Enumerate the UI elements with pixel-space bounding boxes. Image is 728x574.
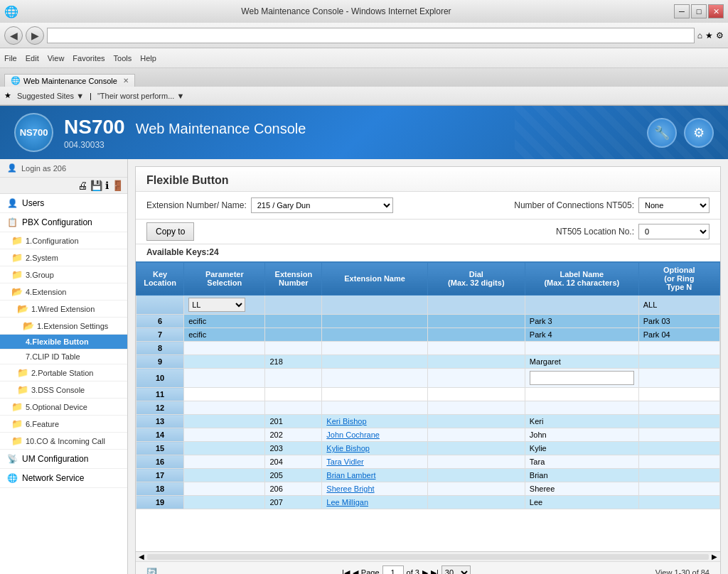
nt505-select[interactable]: 0 [638, 224, 710, 239]
back-button[interactable]: ◀ [4, 26, 23, 45]
sidebar-icon-save[interactable]: 💾 [90, 180, 102, 191]
param-cell [184, 342, 265, 355]
key-cell: 16 [136, 455, 184, 469]
tab-close-icon[interactable]: ✕ [123, 77, 129, 85]
flexible-button-table: KeyLocation ParameterSelection Extension… [136, 261, 720, 509]
sidebar-item-um-config[interactable]: 📡 UM Configuration [0, 450, 127, 469]
menu-favorites[interactable]: Favorites [73, 54, 105, 63]
refresh-icon[interactable]: 🔄 [146, 568, 157, 574]
sidebar-item-clip-id[interactable]: 7.CLIP ID Table [0, 350, 127, 364]
ext-number-select[interactable]: 215 / Gary Dun [251, 197, 393, 213]
page-input[interactable] [382, 565, 404, 574]
sidebar-item-feature[interactable]: 📁 6.Feature [0, 416, 127, 433]
last-page-icon[interactable]: ▶| [431, 568, 439, 575]
next-page-icon[interactable]: ▶ [422, 568, 428, 575]
sidebar-item-wired-ext[interactable]: 📂 1.Wired Extension [0, 300, 127, 318]
param-select[interactable]: LL [188, 298, 245, 312]
sidebar-item-extension[interactable]: 📂 4.Extension [0, 283, 127, 300]
connections-group: Number of Connections NT505: None [514, 197, 710, 213]
network-icon: 🌐 [7, 473, 18, 483]
dial-cell [427, 369, 525, 388]
maximize-button[interactable]: □ [691, 4, 707, 18]
optional-cell [638, 469, 719, 482]
sidebar-item-configuration[interactable]: 📁 1.Configuration [0, 232, 127, 249]
key-cell: 13 [136, 415, 184, 428]
sidebar-item-system[interactable]: 📁 2.System [0, 249, 127, 266]
ext-name-link[interactable]: Brian Lambert [326, 471, 375, 480]
sidebar-item-flexible-button[interactable]: 4.Flexible Button [0, 335, 127, 350]
page-label: Page [361, 568, 380, 574]
label-input[interactable] [530, 371, 634, 385]
browser-tab[interactable]: 🌐 Web Maintenance Console ✕ [4, 74, 135, 87]
minimize-button[interactable]: ─ [674, 4, 690, 18]
ext-name-link[interactable]: Lee Milligan [326, 498, 368, 507]
ext-name-link[interactable]: Sheree Bright [326, 484, 374, 493]
sidebar-icon-exit[interactable]: 🚪 [112, 180, 124, 191]
connections-select[interactable]: None [638, 197, 710, 213]
ext-num-cell [265, 388, 322, 401]
label-cell: Park 4 [525, 328, 638, 342]
sidebar-icon-print[interactable]: 🖨 [77, 180, 87, 191]
h-scrollbar[interactable]: ◀ ▶ [136, 551, 720, 561]
settings-button[interactable]: 🔧 [647, 118, 677, 148]
label-cell: Tara [525, 455, 638, 469]
sidebar-item-network-service[interactable]: 🌐 Network Service [0, 469, 127, 488]
settings-icon[interactable]: ⚙ [716, 31, 724, 40]
th-ext-name: Extension Name [322, 262, 427, 296]
address-bar[interactable] [47, 28, 695, 43]
folder-icon: 📁 [11, 401, 23, 412]
ext-num-cell [265, 296, 322, 315]
table-row: 15 203 Kylie Bishop Kylie [136, 442, 720, 455]
left-scroll-icon[interactable]: ◀ [139, 553, 144, 561]
menu-help[interactable]: Help [140, 54, 156, 63]
sidebar-icon-info[interactable]: ℹ [105, 180, 109, 191]
param-cell [184, 388, 265, 401]
param-cell [184, 415, 265, 428]
sidebar-item-users[interactable]: 👤 Users [0, 194, 127, 213]
table-row: 7 ecific Park 4 Park 04 [136, 328, 720, 342]
label-cell: Brian [525, 469, 638, 482]
ext-name-link[interactable]: Keri Bishop [326, 417, 366, 426]
folder-icon: 📁 [17, 384, 28, 395]
home-icon[interactable]: ⌂ [697, 31, 702, 40]
app-brand: NS700 Web Maintenance Console 004.30033 [64, 116, 306, 150]
table-row: 12 [136, 401, 720, 415]
their-worst-fav[interactable]: "Their worst perform... ▼ [97, 92, 184, 100]
sidebar-item-ext-settings[interactable]: 📂 1.Extension Settings [0, 318, 127, 335]
key-cell: 15 [136, 442, 184, 455]
prev-page-icon[interactable]: ◀ [353, 568, 358, 575]
h-scrollbar-track[interactable] [147, 554, 709, 560]
suggested-sites[interactable]: Suggested Sites ▼ [17, 92, 84, 100]
close-button[interactable]: ✕ [708, 4, 724, 18]
sidebar-item-group[interactable]: 📁 3.Group [0, 266, 127, 283]
ext-name-cell: Brian Lambert [322, 469, 427, 482]
sidebar-item-co-incoming[interactable]: 📁 10.CO & Incoming Call [0, 433, 127, 450]
menu-file[interactable]: File [4, 54, 17, 63]
panel-title: Flexible Button [136, 167, 720, 192]
ext-name-link[interactable]: John Cochrane [326, 430, 380, 439]
sidebar-item-dss[interactable]: 📁 3.DSS Console [0, 381, 127, 399]
sidebar-item-portable[interactable]: 📁 2.Portable Station [0, 364, 127, 381]
first-page-icon[interactable]: |◀ [342, 568, 350, 575]
sidebar-item-pbx[interactable]: 📋 PBX Configuration [0, 213, 127, 232]
menu-tools[interactable]: Tools [114, 54, 132, 63]
toolbar-row2: Copy to NT505 Location No.: 0 [136, 220, 720, 244]
optional-label: 5.Optional Device [26, 403, 87, 411]
ext-name-link[interactable]: Kylie Bishop [326, 444, 370, 453]
available-keys: Available Keys:24 [136, 244, 720, 261]
sidebar-item-optional[interactable]: 📁 5.Optional Device [0, 399, 127, 416]
menu-view[interactable]: View [48, 54, 65, 63]
ext-name-link[interactable]: Tara Vidler [326, 457, 363, 466]
right-scroll-icon[interactable]: ▶ [712, 553, 717, 561]
ext-name-cell [322, 369, 427, 388]
feature-label: 6.Feature [26, 420, 59, 428]
per-page-select[interactable]: 30 50 100 [441, 565, 471, 574]
label-cell[interactable] [525, 369, 638, 388]
favorites-star-icon[interactable]: ★ [705, 31, 713, 40]
help-button[interactable]: ⚙ [684, 118, 714, 148]
copy-to-button[interactable]: Copy to [146, 222, 194, 241]
ext-name-cell [322, 296, 427, 315]
menu-edit[interactable]: Edit [26, 54, 39, 63]
key-cell: 11 [136, 388, 184, 401]
forward-button[interactable]: ▶ [26, 26, 44, 45]
